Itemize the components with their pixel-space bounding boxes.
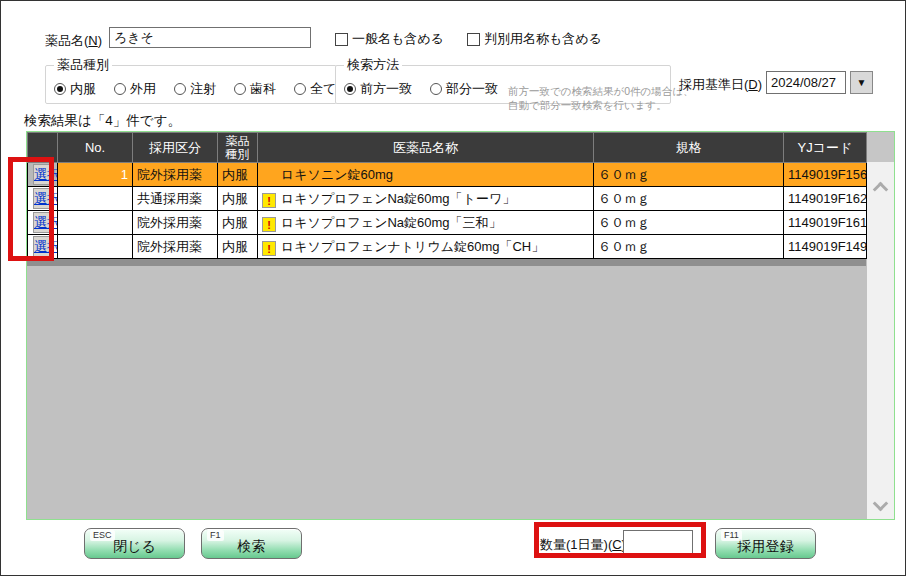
standard-spec: ６０ｍｇ [594,163,784,187]
include-hanbetsu-label: 判別用名称も含める [484,30,602,48]
close-button[interactable]: ESC 閉じる [84,528,185,559]
row-number: 3 [58,211,133,235]
row-number: 4 [58,235,133,259]
radio-icon [54,83,66,95]
radio-type-2[interactable]: 注射 [174,80,216,98]
table-row: 選択3院外採用薬内服!ロキソプロフェンNa錠60mg「三和」６０ｍｇ114901… [28,211,867,235]
vertical-scrollbar[interactable] [867,132,894,519]
checkbox-icon [467,33,480,46]
base-date-dropdown-button[interactable]: ▼ [850,71,873,94]
search-method-legend: 検索方法 [344,56,402,74]
drug-name-text: ロキソプロフェンナトリウム錠60mg「CH」 [281,239,544,254]
search-button[interactable]: F1 検索 [201,528,302,559]
results-panel: No. 採用区分 薬品種別 医薬品名称 規格 YJコード 選択1院外採用薬内服!… [26,131,895,520]
table-row: 選択4院外採用薬内服!ロキソプロフェンナトリウム錠60mg「CH」６０ｍｇ114… [28,235,867,259]
search-method-note: 前方一致での検索結果が0件の場合は、 自動で部分一致検索を行います。 [508,84,694,112]
adoption-category: 院外採用薬 [133,163,218,187]
base-date-input[interactable] [766,71,846,94]
search-button-key: F1 [207,530,224,541]
header-no: No. [58,133,133,163]
warning-icon: ! [262,217,276,232]
standard-spec: ６０ｍｇ [594,211,784,235]
yj-code: 1149019F1625 [784,187,867,211]
select-cell: 選択 [28,163,58,187]
drug-type-group: 薬品種別 内服外用注射歯科全て [45,56,363,104]
table-row: 選択2共通採用薬内服!ロキソプロフェンNa錠60mg「トーワ」６０ｍｇ11490… [28,187,867,211]
radio-method-0[interactable]: 前方一致 [344,80,412,98]
table-row: 選択1院外採用薬内服!ロキソニン錠60mg６０ｍｇ1149019F1560 [28,163,867,187]
radio-method-1[interactable]: 部分一致 [430,80,498,98]
table-header-row: No. 採用区分 薬品種別 医薬品名称 規格 YJコード [28,133,867,163]
radio-label: 内服 [70,80,96,98]
drug-type-options: 内服外用注射歯科全て [54,78,354,98]
header-shubetsu: 薬品種別 [218,133,258,163]
header-select [28,133,58,163]
radio-type-3[interactable]: 歯科 [234,80,276,98]
adoption-category: 院外採用薬 [133,235,218,259]
drug-type: 内服 [218,187,258,211]
standard-spec: ６０ｍｇ [594,187,784,211]
results-table-container: No. 採用区分 薬品種別 医薬品名称 規格 YJコード 選択1院外採用薬内服!… [27,132,867,266]
select-link[interactable]: 選択 [33,236,52,257]
header-name: 医薬品名称 [258,133,594,163]
yj-code: 1149019F1498 [784,235,867,259]
radio-type-0[interactable]: 内服 [54,80,96,98]
radio-label: 前方一致 [360,80,412,98]
drug-name: !ロキソプロフェンNa錠60mg「三和」 [258,211,594,235]
drug-name: !ロキソニン錠60mg [258,163,594,187]
header-kubun: 採用区分 [133,133,218,163]
adoption-category: 共通採用薬 [133,187,218,211]
standard-spec: ６０ｍｇ [594,235,784,259]
include-general-checkbox[interactable]: 一般名も含める [335,30,444,48]
radio-icon [114,83,126,95]
radio-label: 外用 [130,80,156,98]
header-yj: YJコード [784,133,867,163]
select-link[interactable]: 選択 [33,212,52,233]
scroll-up-icon[interactable] [873,182,889,198]
register-button-key: F11 [721,530,742,541]
drug-name-label: 薬品名(N) [45,32,102,50]
register-button[interactable]: F11 採用登録 [715,528,816,559]
drug-name-text: ロキソプロフェンNa錠60mg「トーワ」 [281,191,515,206]
drug-name-input[interactable] [109,27,311,48]
checkbox-icon [335,33,348,46]
warning-icon: ! [262,241,276,256]
include-hanbetsu-checkbox[interactable]: 判別用名称も含める [467,30,602,48]
results-tbody: 選択1院外採用薬内服!ロキソニン錠60mg６０ｍｇ1149019F1560選択2… [28,163,867,259]
select-link[interactable]: 選択 [33,164,52,185]
scrollbar-corner [867,132,894,162]
row-number: 1 [58,163,133,187]
row-number: 2 [58,187,133,211]
select-cell: 選択 [28,235,58,259]
select-cell: 選択 [28,211,58,235]
radio-label: 注射 [190,80,216,98]
drug-name: !ロキソプロフェンNa錠60mg「トーワ」 [258,187,594,211]
results-table: No. 採用区分 薬品種別 医薬品名称 規格 YJコード 選択1院外採用薬内服!… [27,132,867,259]
drug-name: !ロキソプロフェンナトリウム錠60mg「CH」 [258,235,594,259]
include-general-label: 一般名も含める [352,30,444,48]
adoption-category: 院外採用薬 [133,211,218,235]
radio-label: 全て [310,80,336,98]
select-cell: 選択 [28,187,58,211]
radio-label: 部分一致 [446,80,498,98]
select-link[interactable]: 選択 [33,188,52,209]
radio-type-1[interactable]: 外用 [114,80,156,98]
radio-label: 歯科 [250,80,276,98]
drug-type: 内服 [218,211,258,235]
radio-icon [294,83,306,95]
radio-icon [234,83,246,95]
radio-type-4[interactable]: 全て [294,80,336,98]
drug-name-text: ロキソニン錠60mg [281,167,393,182]
radio-icon [344,83,356,95]
quantity-label: 数量(1日量)(C) [540,536,626,554]
chevron-down-icon: ▼ [857,77,867,88]
drug-type: 内服 [218,163,258,187]
result-summary: 検索結果は「4」件です。 [24,112,181,130]
base-date-label: 採用基準日(D) [679,76,762,94]
yj-code: 1149019F1617 [784,211,867,235]
drug-name-text: ロキソプロフェンNa錠60mg「三和」 [281,215,502,230]
quantity-input[interactable] [623,530,693,555]
close-button-key: ESC [90,530,115,541]
scroll-down-icon[interactable] [873,496,889,512]
search-method-group: 検索方法 前方一致部分一致 前方一致での検索結果が0件の場合は、 自動で部分一致… [335,56,671,104]
